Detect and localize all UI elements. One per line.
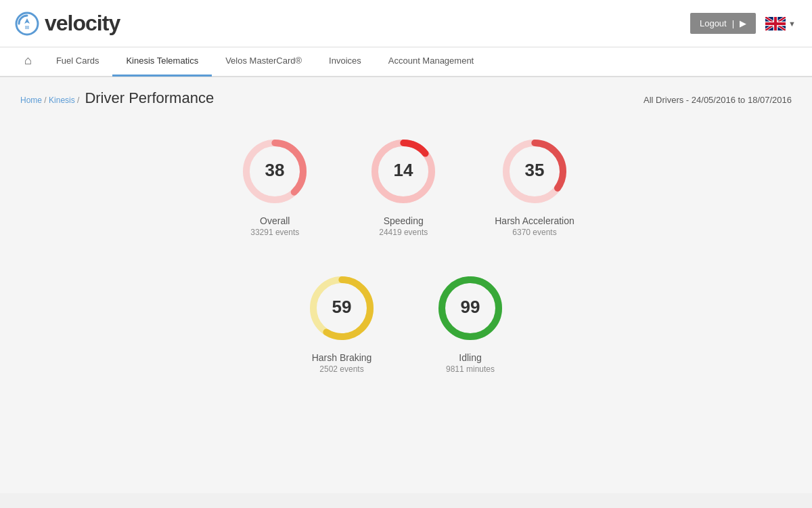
gauge-svg-harsh-braking: 59 — [304, 271, 379, 345]
gauge-label-idling: Idling — [459, 352, 481, 363]
gauge-svg-speeding: 14 — [366, 134, 441, 209]
nav-fuel-cards-label: Fuel Cards — [56, 56, 99, 66]
nav-invoices[interactable]: Invoices — [315, 47, 375, 77]
date-range: All Drivers - 24/05/2016 to 18/07/2016 — [644, 95, 792, 105]
gauge-speeding[interactable]: 14 Speeding 24419 events — [366, 134, 441, 237]
gauge-value-idling: 99 — [461, 297, 480, 317]
breadcrumb-kinesis[interactable]: Kinesis — [49, 96, 75, 105]
flag-chevron-icon: ▼ — [788, 20, 796, 28]
play-icon: ▶ — [740, 18, 746, 28]
gauge-sublabel-harsh-braking: 2502 events — [319, 364, 363, 374]
nav-kinesis-label: Kinesis Telematics — [126, 56, 198, 66]
gauge-sublabel-harsh-acceleration: 6370 events — [512, 228, 556, 237]
gauge-label-harsh-acceleration: Harsh Acceleration — [495, 215, 574, 226]
gauge-svg-harsh-acceleration: 35 — [497, 134, 572, 209]
svg-marker-1 — [24, 18, 30, 24]
breadcrumb-sep2: / — [77, 96, 79, 105]
home-icon: ⌂ — [24, 54, 32, 68]
breadcrumb-area: Home / Kinesis / Driver Performance All … — [0, 77, 812, 114]
flag-dropdown[interactable]: ▼ — [763, 14, 798, 33]
gauge-harsh-acceleration[interactable]: 35 Harsh Acceleration 6370 events — [495, 134, 574, 237]
nav-bar: ⌂ Fuel Cards Kinesis Telematics Velos Ma… — [0, 47, 812, 77]
nav-account-label: Account Management — [388, 56, 474, 66]
gauge-label-overall: Overall — [260, 215, 290, 226]
uk-flag-icon — [765, 17, 786, 30]
gauge-sublabel-idling: 9811 minutes — [446, 364, 495, 374]
gauges-row-2: 59 Harsh Braking 2502 events 99 Idling 9… — [14, 271, 798, 374]
logo-area: III velocity — [14, 10, 120, 37]
nav-kinesis-telematics[interactable]: Kinesis Telematics — [112, 47, 212, 77]
nav-velos-mastercard[interactable]: Velos MasterCard® — [212, 47, 315, 77]
header-right: Logout | ▶ ▼ — [690, 13, 798, 34]
gauge-value-overall: 38 — [265, 160, 285, 180]
main-content: 38 Overall 33291 events 14 Speeding 2441… — [0, 114, 812, 493]
gauge-svg-idling: 99 — [433, 271, 508, 345]
gauge-label-speeding: Speeding — [384, 215, 424, 226]
logout-button[interactable]: Logout | ▶ — [690, 13, 756, 34]
gauge-harsh-braking[interactable]: 59 Harsh Braking 2502 events — [304, 271, 379, 374]
nav-account-management[interactable]: Account Management — [375, 47, 487, 77]
gauge-overall[interactable]: 38 Overall 33291 events — [238, 134, 312, 237]
breadcrumb: Home / Kinesis / — [20, 96, 79, 105]
nav-home-button[interactable]: ⌂ — [14, 47, 43, 77]
logo-text: velocity — [45, 11, 120, 36]
gauge-value-harsh-braking: 59 — [332, 297, 352, 317]
nav-fuel-cards[interactable]: Fuel Cards — [43, 47, 113, 77]
logo-icon: III — [14, 10, 41, 37]
breadcrumb-left: Home / Kinesis / Driver Performance — [20, 89, 214, 107]
gauge-value-harsh-acceleration: 35 — [525, 160, 545, 180]
gauge-svg-overall: 38 — [238, 134, 312, 209]
nav-invoices-label: Invoices — [329, 56, 361, 66]
page-title: Driver Performance — [85, 89, 214, 107]
gauge-sublabel-overall: 33291 events — [250, 228, 299, 237]
gauge-sublabel-speeding: 24419 events — [379, 228, 428, 237]
gauge-idling[interactable]: 99 Idling 9811 minutes — [433, 271, 508, 374]
svg-text:III: III — [25, 25, 29, 30]
header: III velocity Logout | ▶ ▼ — [0, 0, 812, 47]
breadcrumb-home[interactable]: Home — [20, 96, 42, 105]
nav-velos-label: Velos MasterCard® — [225, 56, 302, 66]
gauges-row-1: 38 Overall 33291 events 14 Speeding 2441… — [14, 134, 798, 237]
gauge-value-speeding: 14 — [394, 160, 413, 180]
logout-label: Logout — [700, 18, 727, 28]
gauge-label-harsh-braking: Harsh Braking — [312, 352, 372, 363]
pipe-separator: | — [732, 18, 734, 28]
